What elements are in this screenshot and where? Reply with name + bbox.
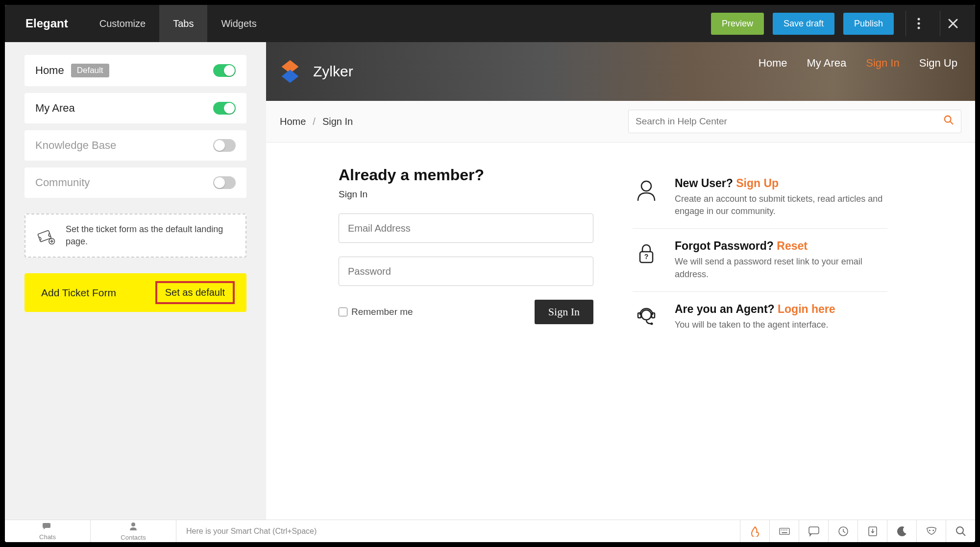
remember-checkbox[interactable] <box>339 308 347 316</box>
sidebar: Home Default My Area Knowledge Base Comm… <box>5 42 266 520</box>
tab-row-home: Home Default <box>24 55 246 86</box>
flame-icon[interactable] <box>740 520 769 542</box>
footer-contacts-label: Contacts <box>121 534 146 541</box>
svg-point-2 <box>917 27 920 29</box>
side-desc: You will be taken to the agent interface… <box>675 319 835 331</box>
svg-point-25 <box>956 527 963 534</box>
nav-widgets[interactable]: Widgets <box>207 5 270 42</box>
mask-icon[interactable] <box>916 520 946 542</box>
signin-button[interactable]: Sign In <box>535 300 593 324</box>
crumb-home[interactable]: Home <box>280 116 306 127</box>
svg-point-13 <box>131 523 135 526</box>
signin-heading: Already a member? <box>339 166 593 184</box>
signin-sub: Sign In <box>339 189 593 200</box>
chat-icon <box>43 522 52 532</box>
svg-rect-16 <box>783 529 784 530</box>
svg-point-9 <box>641 310 651 320</box>
pnav-myarea[interactable]: My Area <box>807 57 847 86</box>
toggle-myarea[interactable] <box>213 102 236 115</box>
toggle-knowledgebase[interactable] <box>213 139 236 152</box>
svg-rect-19 <box>782 532 787 533</box>
email-field[interactable] <box>339 214 593 243</box>
signin-form: Already a member? Sign In Remember me Si… <box>339 166 593 500</box>
search-input[interactable] <box>636 116 943 127</box>
nav-tabs[interactable]: Tabs <box>159 5 207 42</box>
set-as-default-button[interactable]: Set as default <box>155 281 235 304</box>
side-signup: New User? Sign Up Create an account to s… <box>633 166 887 229</box>
side-desc: Create an account to submit tickets, rea… <box>675 193 887 217</box>
remember-label: Remember me <box>351 307 413 317</box>
svg-rect-14 <box>779 528 789 534</box>
side-desc: We will send a password reset link to yo… <box>675 256 887 280</box>
side-agent: Are you an Agent? Login here You will be… <box>633 292 887 342</box>
tab-name: Community <box>35 176 90 189</box>
tab-row-knowledgebase: Knowledge Base <box>24 130 246 161</box>
signin-side-options: New User? Sign Up Create an account to s… <box>633 166 887 500</box>
svg-rect-20 <box>809 527 819 534</box>
preview-button[interactable]: Preview <box>711 13 764 35</box>
message-icon[interactable] <box>799 520 828 542</box>
side-title: New User? <box>675 177 736 190</box>
svg-text:?: ? <box>644 253 649 261</box>
add-ticket-highlight: Add Ticket Form Set as default <box>24 273 246 312</box>
signup-link[interactable]: Sign Up <box>736 177 779 190</box>
toggle-home[interactable] <box>213 64 236 77</box>
more-menu-icon[interactable] <box>906 11 931 36</box>
agent-icon <box>633 303 660 330</box>
password-field[interactable] <box>339 257 593 286</box>
tab-name: My Area <box>35 102 75 115</box>
clock-icon[interactable] <box>828 520 858 542</box>
publish-button[interactable]: Publish <box>843 13 894 35</box>
user-icon <box>633 177 660 204</box>
footer-chats-label: Chats <box>39 533 56 541</box>
search-icon[interactable] <box>943 115 954 128</box>
brand-title: Elegant <box>5 17 86 30</box>
info-text: Set the ticket form as the default landi… <box>66 223 235 248</box>
remember-me[interactable]: Remember me <box>339 307 413 317</box>
breadcrumb-row: Home / Sign In <box>266 101 975 143</box>
reset-link[interactable]: Reset <box>777 239 808 252</box>
svg-rect-18 <box>786 529 787 530</box>
export-icon[interactable] <box>858 520 887 542</box>
topbar: Elegant Customize Tabs Widgets Preview S… <box>5 5 975 42</box>
tab-row-community: Community <box>24 167 246 198</box>
preview-header: Zylker Home My Area Sign In Sign Up <box>266 42 975 101</box>
svg-rect-17 <box>784 529 785 530</box>
preview-pane: Zylker Home My Area Sign In Sign Up Home… <box>266 42 975 520</box>
moon-icon[interactable] <box>887 520 916 542</box>
default-badge: Default <box>71 64 109 77</box>
zylker-brand: Zylker <box>313 63 353 80</box>
svg-point-0 <box>917 18 920 21</box>
top-nav: Customize Tabs Widgets <box>86 5 270 42</box>
pnav-signup[interactable]: Sign Up <box>919 57 957 86</box>
ticket-info-box: Set the ticket form as the default landi… <box>24 214 246 258</box>
keyboard-icon[interactable] <box>769 520 799 542</box>
zylker-logo-icon <box>276 57 304 86</box>
footer: Chats Contacts Here is your Smart Chat (… <box>5 520 975 542</box>
svg-point-6 <box>641 181 651 191</box>
crumb-sep: / <box>313 116 316 127</box>
save-draft-button[interactable]: Save draft <box>773 13 834 35</box>
tab-name: Knowledge Base <box>35 139 116 152</box>
footer-contacts[interactable]: Contacts <box>91 520 176 542</box>
preview-nav: Home My Area Sign In Sign Up <box>759 57 957 86</box>
footer-search-icon[interactable] <box>946 520 975 542</box>
agent-login-link[interactable]: Login here <box>778 303 835 315</box>
svg-point-23 <box>929 529 930 531</box>
lock-icon: ? <box>633 239 660 267</box>
svg-point-1 <box>917 23 920 25</box>
tab-name: Home <box>35 64 64 77</box>
pnav-home[interactable]: Home <box>759 57 787 86</box>
side-forgot: ? Forgot Password? Reset We will send a … <box>633 229 887 291</box>
toggle-community[interactable] <box>213 176 236 189</box>
smart-chat-hint: Here is your Smart Chat (Ctrl+Space) <box>176 527 326 536</box>
help-search[interactable] <box>628 110 961 133</box>
nav-customize[interactable]: Customize <box>86 5 159 42</box>
close-icon[interactable] <box>940 11 965 36</box>
svg-rect-15 <box>781 529 782 530</box>
footer-chats[interactable]: Chats <box>5 520 91 542</box>
svg-point-12 <box>651 322 653 325</box>
footer-icons <box>740 520 975 542</box>
pnav-signin[interactable]: Sign In <box>866 57 900 103</box>
contacts-icon <box>129 522 138 533</box>
